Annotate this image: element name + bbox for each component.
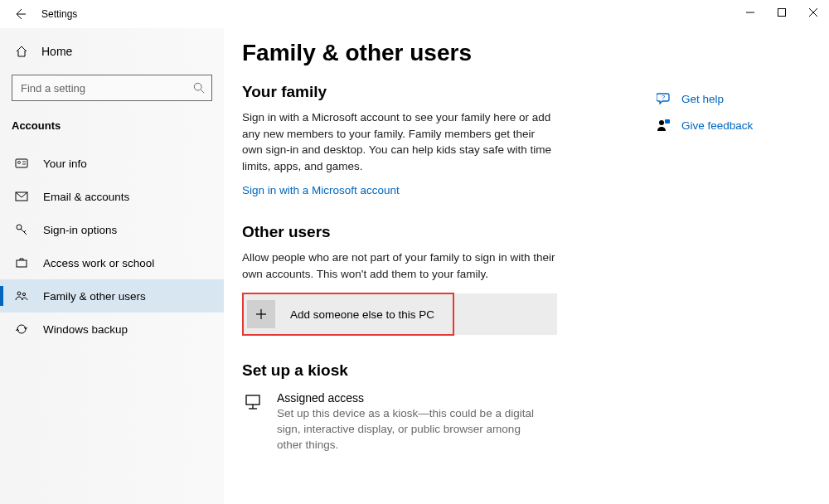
svg-rect-20	[246, 395, 259, 405]
home-icon	[15, 45, 28, 58]
svg-line-13	[21, 229, 27, 235]
home-label: Home	[41, 45, 72, 58]
svg-point-24	[659, 120, 664, 125]
sidebar-item-label: Sign-in options	[43, 224, 117, 236]
svg-rect-7	[16, 159, 27, 167]
svg-line-14	[24, 230, 26, 232]
help-chat-icon: ?	[657, 91, 671, 106]
sidebar-item-access-work-school[interactable]: Access work or school	[0, 246, 224, 279]
give-feedback-link[interactable]: Give feedback	[657, 118, 773, 133]
sidebar-item-label: Your info	[43, 158, 87, 170]
arrow-left-icon	[13, 7, 27, 21]
plus-icon	[247, 300, 275, 328]
briefcase-icon	[15, 256, 28, 269]
minimize-icon	[746, 8, 754, 17]
svg-point-16	[17, 292, 21, 295]
window-controls	[734, 0, 829, 25]
svg-point-17	[22, 293, 25, 295]
sidebar-item-label: Family & other users	[43, 290, 146, 303]
give-feedback-label: Give feedback	[681, 119, 753, 132]
maximize-icon	[778, 8, 786, 17]
sidebar-item-label: Windows backup	[43, 323, 128, 336]
add-user-button[interactable]: Add someone else to this PC	[242, 293, 557, 335]
other-users-heading: Other users	[242, 223, 582, 241]
add-user-label: Add someone else to this PC	[290, 308, 434, 321]
home-button[interactable]: Home	[0, 38, 224, 65]
aside-links: ? Get help Give feedback	[657, 91, 773, 144]
assigned-access-desc: Set up this device as a kiosk—this could…	[277, 406, 542, 453]
sidebar-item-label: Access work or school	[43, 257, 154, 269]
get-help-link[interactable]: ? Get help	[657, 91, 773, 106]
sidebar: Home Accounts Your info Email & accounts…	[0, 28, 224, 504]
close-icon	[809, 8, 817, 17]
get-help-label: Get help	[681, 93, 724, 105]
svg-line-6	[201, 90, 204, 93]
assigned-access-title: Assigned access	[277, 391, 542, 405]
kiosk-heading: Set up a kiosk	[242, 361, 582, 380]
monitor-icon	[242, 391, 264, 453]
sidebar-item-windows-backup[interactable]: Windows backup	[0, 313, 224, 346]
your-family-body: Sign in with a Microsoft account to see …	[242, 109, 557, 174]
svg-point-8	[18, 162, 21, 164]
search-input[interactable]	[21, 82, 193, 94]
people-icon	[15, 289, 28, 303]
signin-microsoft-link[interactable]: Sign in with a Microsoft account	[242, 184, 582, 196]
your-family-heading: Your family	[242, 83, 582, 101]
svg-rect-15	[17, 260, 27, 267]
sidebar-item-family-other-users[interactable]: Family & other users	[0, 279, 224, 313]
main-content: Family & other users Your family Sign in…	[224, 28, 829, 504]
sidebar-item-your-info[interactable]: Your info	[0, 147, 224, 180]
svg-rect-2	[778, 9, 786, 17]
titlebar: Settings	[0, 0, 829, 28]
page-title: Family & other users	[242, 40, 829, 66]
maximize-button[interactable]	[766, 0, 797, 25]
sidebar-item-email-accounts[interactable]: Email & accounts	[0, 180, 224, 213]
minimize-button[interactable]	[734, 0, 766, 25]
svg-rect-25	[665, 119, 670, 124]
assigned-access-item[interactable]: Assigned access Set up this device as a …	[242, 391, 582, 453]
other-users-body: Allow people who are not part of your fa…	[242, 250, 557, 282]
search-box[interactable]	[12, 75, 212, 101]
sidebar-section-label: Accounts	[0, 108, 224, 138]
back-button[interactable]	[3, 0, 36, 28]
feedback-person-icon	[657, 118, 671, 133]
search-icon	[193, 82, 205, 94]
close-button[interactable]	[797, 0, 829, 25]
svg-text:?: ?	[662, 94, 666, 101]
window-title: Settings	[41, 8, 77, 20]
sidebar-item-label: Email & accounts	[43, 191, 129, 203]
mail-icon	[15, 190, 28, 203]
svg-point-5	[194, 83, 201, 90]
sidebar-item-signin-options[interactable]: Sign-in options	[0, 213, 224, 246]
sync-icon	[15, 322, 28, 336]
key-icon	[15, 223, 28, 236]
person-card-icon	[15, 157, 28, 170]
